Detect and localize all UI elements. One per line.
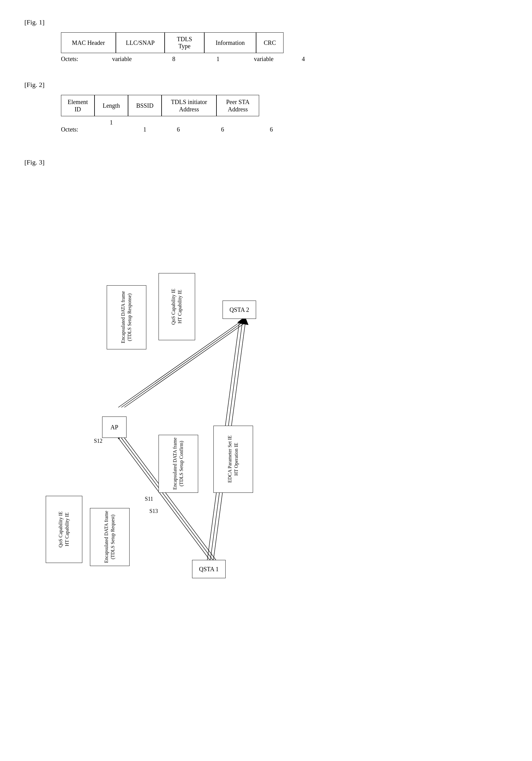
- fig1-octets-row: Octets: variable 8 1 variable 4: [61, 56, 507, 63]
- fig3-container: QoS Capability IE HT Capability IE Encap…: [36, 172, 372, 615]
- fig1-cell-llc: LLC/SNAP: [116, 32, 165, 53]
- fig2-oct-bssid: 6: [162, 126, 195, 133]
- fig2-section: [Fig. 2] Element ID Length BSSID TDLS in…: [25, 81, 507, 140]
- fig1-container: MAC Header LLC/SNAP TDLS Type Informatio…: [25, 32, 507, 63]
- fig1-cell-info: Information: [204, 32, 256, 53]
- fig2-container: Element ID Length BSSID TDLS initiator A…: [25, 95, 507, 140]
- fig2-header-row: Element ID Length BSSID TDLS initiator A…: [61, 95, 507, 116]
- fig3-arrows: [36, 172, 372, 615]
- step-s13-label: S13: [149, 508, 158, 514]
- fig2-oct-elem: 1: [94, 119, 128, 140]
- fig2-cell-bssid: BSSID: [128, 95, 162, 116]
- fig2-oct-tdls-init: 6: [195, 126, 250, 133]
- fig2-cell-peer: Peer STA Address: [216, 95, 259, 116]
- box-encap-setup-req: Encapsulated DATA frame (TDLS Setup Requ…: [90, 508, 130, 566]
- fig1-section: [Fig. 1] MAC Header LLC/SNAP TDLS Type I…: [25, 18, 507, 63]
- box-qos-ht-left: QoS Capability IE HT Capability IE: [46, 496, 82, 563]
- fig2-label: [Fig. 2]: [25, 81, 507, 89]
- fig2-oct-peer: 6: [250, 126, 293, 133]
- fig1-header-row: MAC Header LLC/SNAP TDLS Type Informatio…: [61, 32, 507, 53]
- box-encap-setup-resp: Encapsulated DATA frame (TDLS Setup Resp…: [107, 285, 146, 349]
- box-qsta1: QSTA 1: [192, 560, 226, 578]
- fig1-oct-info: variable: [238, 56, 290, 63]
- fig1-cell-mac: MAC Header: [61, 32, 116, 53]
- fig2-cell-len: Length: [94, 95, 128, 116]
- step-s12-label: S12: [94, 438, 102, 444]
- fig3-section: [Fig. 3]: [25, 158, 507, 615]
- step-s11-label: S11: [145, 496, 153, 502]
- fig1-cell-tdls-type: TDLS Type: [165, 32, 204, 53]
- fig2-cell-tdls-init: TDLS initiator Address: [162, 95, 216, 116]
- box-edca-ht: EDCA Parameter Set IE HT Operation IE: [213, 426, 253, 493]
- fig1-oct-crc: 4: [290, 56, 317, 63]
- fig1-octets-label: Octets:: [61, 56, 94, 63]
- fig1-oct-llc: 8: [149, 56, 198, 63]
- fig1-oct-mac: variable: [94, 56, 149, 63]
- fig2-octets-row: Octets: 1 1 6 6 6: [61, 119, 507, 140]
- box-qsta2: QSTA 2: [223, 301, 256, 319]
- fig2-oct-len: 1: [128, 126, 162, 133]
- fig2-cell-elem: Element ID: [61, 95, 94, 116]
- fig1-cell-crc: CRC: [256, 32, 284, 53]
- box-ap: AP: [102, 417, 127, 438]
- fig3-label: [Fig. 3]: [25, 158, 507, 166]
- fig1-oct-tdls: 1: [198, 56, 238, 63]
- fig1-label: [Fig. 1]: [25, 18, 507, 26]
- box-encap-setup-conf: Encapsulated DATA frame (TDLS Setup Conf…: [159, 435, 198, 493]
- box-qos-ht-right: QoS Capability IE HT Capability IE: [159, 273, 195, 340]
- fig2-octets-label: Octets:: [61, 126, 94, 133]
